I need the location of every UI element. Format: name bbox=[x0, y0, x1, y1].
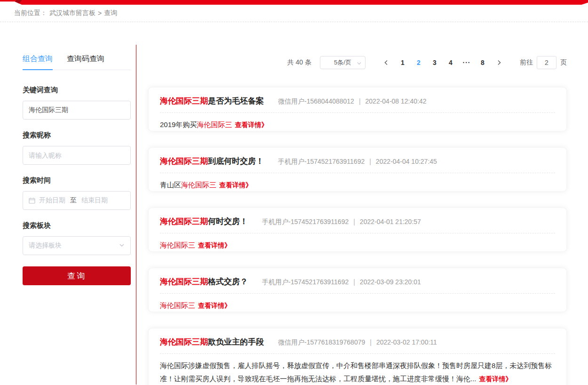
page-button-3[interactable]: 3 bbox=[427, 56, 443, 69]
card-divider bbox=[160, 233, 555, 233]
nickname-label: 搜索昵称 bbox=[23, 131, 131, 140]
result-title-rest: 欺负业主的手段 bbox=[208, 337, 264, 346]
result-title-rest: 格式交房？ bbox=[208, 277, 248, 286]
card-divider bbox=[160, 112, 555, 113]
result-body: 海伦国际三查看详情》 bbox=[160, 299, 555, 312]
result-user: 手机用户-1574521763911692 bbox=[278, 158, 365, 165]
meta-divider: | bbox=[353, 218, 355, 225]
result-list: 海伦国际三期是否为毛坯备案 微信用户-1568044088012|2022-04… bbox=[148, 87, 567, 385]
result-title[interactable]: 海伦国际三期欺负业主的手段 bbox=[160, 337, 264, 347]
page-size-value: 5条/页 bbox=[334, 58, 351, 67]
result-user: 手机用户-1574521763911692 bbox=[262, 218, 349, 225]
view-detail-link[interactable]: 查看详情》 bbox=[198, 241, 231, 249]
breadcrumb-home-link[interactable]: 武汉城市留言板 bbox=[49, 9, 95, 17]
meta-divider: | bbox=[369, 158, 371, 165]
keyword-label: 关键词查询 bbox=[23, 86, 131, 95]
result-user: 微信用户-1577618319768079 bbox=[278, 338, 365, 346]
goto-suffix: 页 bbox=[560, 58, 567, 67]
board-select-placeholder: 请选择板块 bbox=[29, 241, 62, 250]
result-card: 海伦国际三期格式交房？ 手机用户-1574521763911692|2022-0… bbox=[148, 268, 567, 312]
nickname-input[interactable] bbox=[23, 146, 131, 165]
result-time: 2022-03-02 17:00:11 bbox=[376, 338, 437, 346]
result-title[interactable]: 海伦国际三期格式交房？ bbox=[160, 276, 248, 287]
result-title[interactable]: 海伦国际三期是否为毛坯备案 bbox=[160, 96, 264, 106]
pager: 1 2 3 4 ··· 8 bbox=[378, 56, 508, 69]
result-head: 海伦国际三期格式交房？ 手机用户-1574521763911692|2022-0… bbox=[160, 276, 555, 287]
ribbon-fold bbox=[13, 0, 22, 5]
page-button-4[interactable]: 4 bbox=[443, 56, 459, 69]
goto-page-group: 前往 页 bbox=[520, 56, 567, 69]
view-detail-link[interactable]: 查看详情》 bbox=[235, 121, 268, 128]
result-body-keyword: 海伦国际三 bbox=[160, 301, 195, 309]
result-title[interactable]: 海伦国际三期到底何时交房！ bbox=[160, 156, 264, 167]
breadcrumb: 当前位置： 武汉城市留言板 > 查询 bbox=[0, 5, 588, 22]
end-date-placeholder: 结束日期 bbox=[81, 196, 108, 205]
result-time: 2022-04-08 12:40:42 bbox=[366, 97, 427, 105]
card-divider bbox=[160, 293, 555, 294]
start-date-placeholder: 开始日期 bbox=[39, 196, 65, 205]
date-range-input[interactable]: 开始日期 至 结束日期 bbox=[23, 191, 131, 210]
result-time: 2022-04-01 21:20:57 bbox=[360, 218, 421, 225]
pagination: 共 40 条 5条/页 1 2 3 4 ··· bbox=[148, 56, 567, 69]
tab-querycode-query[interactable]: 查询码查询 bbox=[67, 54, 104, 70]
result-title-rest: 是否为毛坯备案 bbox=[208, 96, 264, 105]
breadcrumb-current: 查询 bbox=[104, 9, 117, 17]
result-body: 海伦国际三查看详情》 bbox=[160, 239, 555, 252]
result-title-keyword: 海伦国际三期 bbox=[160, 157, 208, 166]
page-button-2[interactable]: 2 bbox=[411, 56, 427, 69]
view-detail-link[interactable]: 查看详情》 bbox=[479, 375, 512, 383]
goto-page-input[interactable] bbox=[537, 56, 556, 69]
board-label: 搜索板块 bbox=[23, 221, 131, 230]
result-title-keyword: 海伦国际三期 bbox=[160, 217, 208, 226]
card-divider bbox=[160, 173, 555, 173]
page-button-1[interactable]: 1 bbox=[395, 56, 411, 69]
card-divider bbox=[160, 353, 555, 354]
chevron-down-icon bbox=[119, 242, 125, 249]
meta-divider: | bbox=[359, 97, 361, 105]
result-title[interactable]: 海伦国际三期何时交房！ bbox=[160, 216, 248, 227]
goto-label: 前往 bbox=[520, 58, 533, 67]
result-time: 2022-04-04 10:27:45 bbox=[376, 158, 437, 165]
result-user: 手机用户-1574521763911692 bbox=[262, 278, 349, 286]
calendar-icon bbox=[29, 197, 35, 204]
result-title-keyword: 海伦国际三期 bbox=[160, 96, 208, 105]
result-body: 2019年购买海伦国际三查看详情》 bbox=[160, 118, 555, 131]
result-body: 青山区海伦国际三查看详情》 bbox=[160, 178, 555, 192]
result-body-keyword: 海伦国际三 bbox=[181, 181, 216, 189]
view-detail-link[interactable]: 查看详情》 bbox=[219, 181, 252, 189]
result-title-keyword: 海伦国际三期 bbox=[160, 337, 208, 346]
result-time: 2022-03-09 23:20:01 bbox=[360, 278, 421, 286]
date-range-separator: 至 bbox=[70, 196, 77, 205]
result-user: 微信用户-1568044088012 bbox=[278, 97, 354, 105]
search-button[interactable]: 查询 bbox=[23, 266, 131, 285]
result-title-rest: 何时交房！ bbox=[208, 217, 248, 226]
pager-ellipsis[interactable]: ··· bbox=[459, 56, 475, 69]
result-meta: 手机用户-1574521763911692|2022-04-04 10:27:4… bbox=[278, 158, 437, 166]
meta-divider: | bbox=[353, 278, 355, 286]
tab-combined-query[interactable]: 组合查询 bbox=[23, 54, 53, 70]
chevron-right-icon[interactable] bbox=[491, 60, 508, 65]
result-head: 海伦国际三期欺负业主的手段 微信用户-1577618319768079|2022… bbox=[160, 337, 555, 347]
search-tabs: 组合查询 查询码查询 bbox=[23, 54, 131, 70]
top-red-ribbon bbox=[0, 0, 588, 5]
breadcrumb-prefix: 当前位置： bbox=[14, 9, 47, 17]
result-card: 海伦国际三期是否为毛坯备案 微信用户-1568044088012|2022-04… bbox=[148, 87, 567, 131]
result-card: 海伦国际三期何时交房！ 手机用户-1574521763911692|2022-0… bbox=[148, 208, 567, 252]
result-body-keyword: 海伦国际三 bbox=[160, 241, 195, 249]
view-detail-link[interactable]: 查看详情》 bbox=[198, 302, 231, 309]
results-area: 共 40 条 5条/页 1 2 3 4 ··· bbox=[148, 22, 567, 385]
search-sidebar: 组合查询 查询码查询 关键词查询 搜索昵称 搜索时间 开始日期 至 结束日期 搜… bbox=[23, 54, 131, 285]
result-meta: 微信用户-1568044088012|2022-04-08 12:40:42 bbox=[278, 97, 427, 106]
meta-divider: | bbox=[370, 338, 372, 346]
result-body-text: 青山区 bbox=[160, 181, 181, 189]
keyword-input[interactable] bbox=[23, 101, 131, 120]
page-layout: 组合查询 查询码查询 关键词查询 搜索昵称 搜索时间 开始日期 至 结束日期 搜… bbox=[0, 22, 588, 385]
page-size-select[interactable]: 5条/页 bbox=[320, 56, 366, 69]
result-title-keyword: 海伦国际三期 bbox=[160, 277, 208, 286]
result-meta: 手机用户-1574521763911692|2022-04-01 21:20:5… bbox=[262, 218, 421, 226]
board-select[interactable]: 请选择板块 bbox=[23, 236, 131, 255]
chevron-left-icon[interactable] bbox=[378, 60, 395, 65]
result-meta: 手机用户-1574521763911692|2022-03-09 23:20:0… bbox=[262, 278, 421, 287]
result-body-text: 2019年购买 bbox=[160, 120, 197, 128]
page-button-8[interactable]: 8 bbox=[475, 56, 491, 69]
